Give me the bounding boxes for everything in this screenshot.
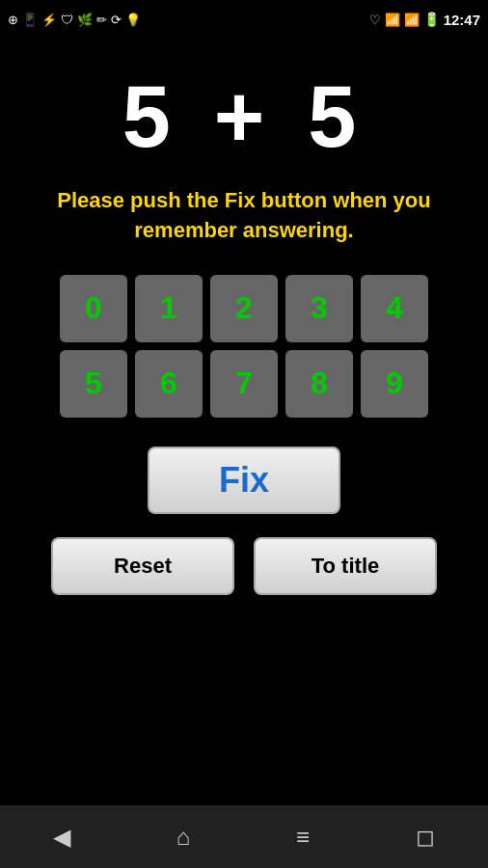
num-btn-5[interactable]: 5 [60,350,127,418]
usb-icon: ⚡ [41,13,57,27]
shield-icon: 🛡 [61,13,73,27]
num-btn-6[interactable]: 6 [135,350,203,418]
num-btn-1[interactable]: 1 [135,275,203,342]
operator: + [214,68,275,165]
num-btn-9[interactable]: 9 [361,350,428,418]
status-bar-left: ⊕ 📱 ⚡ 🛡 🌿 ✏ ⟳ 💡 [8,13,141,27]
reset-button[interactable]: Reset [51,537,234,595]
fix-button[interactable]: Fix [148,447,340,514]
clock: 12:47 [444,12,480,28]
signal-icon: 📶 [404,13,420,27]
instruction-text: Please push the Fix button when you reme… [15,186,473,246]
phone-icon: 📱 [22,13,38,27]
nav-bar: ◀ ⌂ ≡ ◻ [0,805,488,868]
number-grid: 0 1 2 3 4 5 6 7 8 9 [60,275,428,418]
menu-button[interactable]: ≡ [286,814,319,860]
num-btn-0[interactable]: 0 [60,275,127,342]
bottom-buttons: Reset To title [51,537,437,595]
status-bar: ⊕ 📱 ⚡ 🛡 🌿 ✏ ⟳ 💡 ♡ 📶 📶 🔋 12:47 [0,0,488,39]
recent-button[interactable]: ◻ [406,814,445,860]
operand1: 5 [122,68,180,165]
leaf-icon: 🌿 [77,13,93,27]
back-button[interactable]: ◀ [43,814,80,860]
sync-icon: ⟳ [111,13,122,27]
edit-icon: ✏ [96,13,107,27]
wifi-icon: 📶 [385,13,400,27]
main-content: 5 + 5 Please push the Fix button when yo… [0,39,488,805]
num-btn-8[interactable]: 8 [285,350,353,418]
bulb-icon: 💡 [125,13,141,27]
num-btn-4[interactable]: 4 [361,275,428,342]
operand2: 5 [308,68,366,165]
status-bar-right: ♡ 📶 📶 🔋 12:47 [369,12,480,28]
add-icon: ⊕ [8,13,18,27]
num-btn-7[interactable]: 7 [210,350,278,418]
equation: 5 + 5 [122,68,366,167]
home-button[interactable]: ⌂ [167,814,201,860]
to-title-button[interactable]: To title [254,537,437,595]
num-btn-3[interactable]: 3 [285,275,353,342]
heart-icon: ♡ [369,13,381,27]
num-btn-2[interactable]: 2 [210,275,278,342]
battery-icon: 🔋 [423,12,440,27]
